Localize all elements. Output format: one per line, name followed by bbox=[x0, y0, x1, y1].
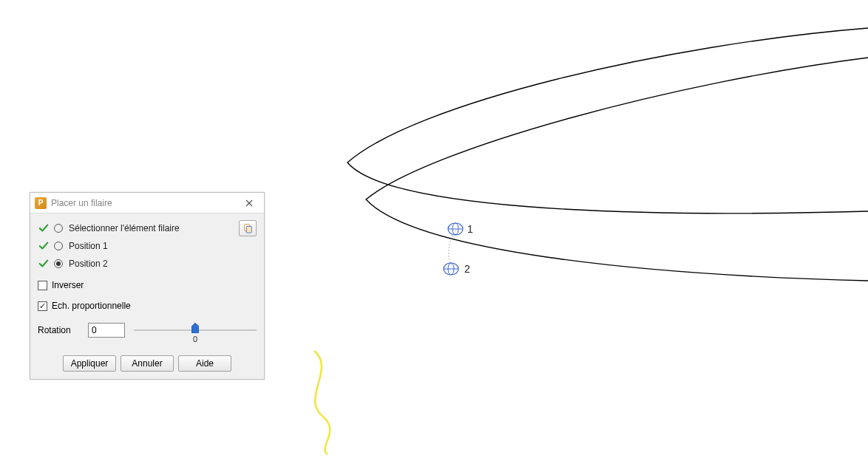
app-icon: P bbox=[35, 197, 47, 209]
step-position-1[interactable]: Position 1 bbox=[38, 237, 257, 255]
close-button[interactable] bbox=[239, 196, 260, 211]
check-icon bbox=[38, 258, 50, 270]
radio-select-element[interactable] bbox=[54, 224, 63, 233]
check-icon bbox=[38, 222, 50, 234]
position-marker-1[interactable] bbox=[448, 223, 463, 235]
svg-rect-9 bbox=[246, 226, 251, 233]
rotation-row: Rotation 0 bbox=[38, 321, 257, 339]
wire-element-selected[interactable] bbox=[314, 351, 330, 454]
slider-value-label: 0 bbox=[193, 335, 197, 344]
slider-thumb[interactable] bbox=[191, 323, 199, 333]
radio-position-2[interactable] bbox=[54, 259, 63, 268]
step-select-element[interactable]: Sélectionner l'élément filaire bbox=[38, 219, 257, 237]
copy-button[interactable] bbox=[239, 220, 257, 236]
help-button[interactable]: Aide bbox=[178, 355, 231, 372]
step-label: Sélectionner l'élément filaire bbox=[69, 223, 180, 233]
dialog-button-row: Appliquer Annuler Aide bbox=[38, 355, 257, 372]
dialog-title: Placer un filaire bbox=[51, 198, 239, 208]
curve-lower bbox=[366, 58, 868, 281]
cancel-button[interactable]: Annuler bbox=[121, 355, 174, 372]
close-icon bbox=[245, 199, 253, 207]
option-proportional[interactable]: Ech. proportionnelle bbox=[38, 298, 257, 314]
step-label: Position 2 bbox=[69, 259, 108, 269]
step-label: Position 1 bbox=[69, 241, 108, 251]
marker-connector bbox=[449, 230, 455, 267]
option-label: Ech. proportionnelle bbox=[52, 301, 131, 311]
radio-position-1[interactable] bbox=[54, 242, 63, 250]
check-icon bbox=[38, 240, 50, 252]
slider-thumb-icon bbox=[191, 323, 199, 333]
marker-label-1: 1 bbox=[467, 223, 473, 235]
option-invert[interactable]: Inverser bbox=[38, 277, 257, 293]
step-position-2[interactable]: Position 2 bbox=[38, 255, 257, 273]
rotation-label: Rotation bbox=[38, 325, 79, 335]
marker-label-2: 2 bbox=[464, 263, 470, 275]
copy-icon bbox=[243, 223, 253, 233]
checkbox-proportional[interactable] bbox=[38, 301, 47, 311]
option-label: Inverser bbox=[52, 280, 84, 290]
dialog-titlebar[interactable]: P Placer un filaire bbox=[30, 193, 264, 213]
place-wire-dialog: P Placer un filaire Sélectionner l'éléme… bbox=[30, 192, 265, 380]
curve-upper bbox=[347, 28, 868, 213]
checkbox-invert[interactable] bbox=[38, 281, 47, 290]
dialog-body: Sélectionner l'élément filaire Position … bbox=[30, 213, 264, 379]
apply-button[interactable]: Appliquer bbox=[63, 355, 116, 372]
rotation-input[interactable] bbox=[88, 323, 125, 338]
rotation-slider[interactable]: 0 bbox=[134, 321, 257, 339]
